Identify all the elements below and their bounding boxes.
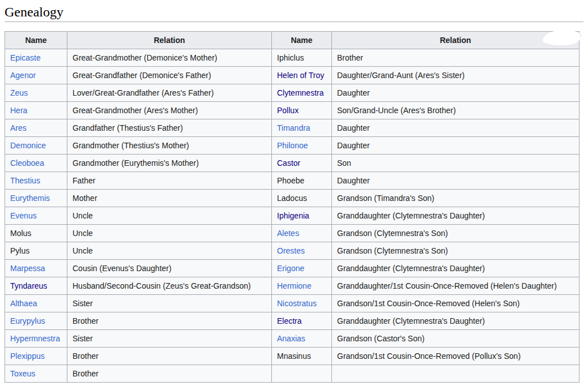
name-cell: Evenus bbox=[5, 207, 67, 225]
person-name-link[interactable]: Castor bbox=[277, 158, 300, 168]
table-row: EurypylusBrotherElectraGranddaughter (Cl… bbox=[5, 312, 580, 330]
relation-cell: Grandson (Clytemnestra's Son) bbox=[332, 225, 580, 242]
table-row: ZeusLover/Great-Grandfather (Ares's Fath… bbox=[5, 84, 580, 102]
person-name-link[interactable]: Orestes bbox=[277, 246, 305, 255]
name-cell: Iphigenia bbox=[272, 207, 332, 225]
relation-cell: Son/Grand-Uncle (Ares's Brother) bbox=[332, 102, 580, 119]
table-row: HypermnestraSisterAnaxiasGrandson (Casto… bbox=[5, 330, 580, 348]
person-name-link[interactable]: Demonice bbox=[10, 141, 46, 150]
name-cell: Timandra bbox=[272, 119, 332, 137]
person-name-link[interactable]: Erigone bbox=[277, 264, 304, 273]
relation-cell: Great-Grandmother (Demonice's Mother) bbox=[67, 49, 272, 67]
person-name-link[interactable]: Clytemnestra bbox=[277, 88, 323, 97]
name-cell: Demonice bbox=[5, 137, 67, 155]
relation-cell: Grandson/1st Cousin-Once-Removed (Helen'… bbox=[332, 295, 580, 312]
person-name-link[interactable]: Ares bbox=[10, 123, 27, 132]
name-cell: Pylus bbox=[5, 242, 67, 260]
name-cell: Phoebe bbox=[272, 172, 332, 190]
person-name-link[interactable]: Althaea bbox=[10, 299, 37, 308]
name-cell: Tyndareus bbox=[5, 277, 67, 295]
person-name-link[interactable]: Plexippus bbox=[10, 352, 45, 361]
table-row: MarpessaCousin (Evenus's Daughter)Erigon… bbox=[5, 260, 580, 277]
person-name-link[interactable]: Aletes bbox=[277, 229, 299, 238]
person-name-link[interactable]: Eurypylus bbox=[10, 316, 45, 325]
table-row: DemoniceGrandmother (Thestius's Mother)P… bbox=[5, 137, 580, 155]
person-name-link[interactable]: Pollux bbox=[277, 106, 299, 115]
name-cell: Thestius bbox=[5, 172, 67, 190]
person-name-link[interactable]: Thestius bbox=[10, 176, 40, 185]
name-cell: Anaxias bbox=[272, 330, 332, 348]
person-name-link[interactable]: Epicaste bbox=[10, 53, 41, 62]
name-cell: Marpessa bbox=[5, 260, 67, 277]
name-cell: Althaea bbox=[5, 295, 67, 312]
person-name-link[interactable]: Hermione bbox=[277, 281, 312, 290]
name-cell: Erigone bbox=[272, 260, 332, 277]
person-name-text: Iphiclus bbox=[277, 53, 304, 62]
table-row: AgenorGreat-Grandfather (Demonice's Fath… bbox=[5, 67, 580, 84]
person-name-link[interactable]: Anaxias bbox=[277, 334, 305, 343]
person-name-link[interactable]: Timandra bbox=[277, 123, 310, 132]
name-cell: Zeus bbox=[5, 84, 67, 102]
name-cell: Ladocus bbox=[272, 190, 332, 207]
name-cell: Electra bbox=[272, 312, 332, 330]
relation-cell: Daughter/Grand-Aunt (Ares's Sister) bbox=[332, 67, 580, 84]
person-name-link[interactable]: Nicostratus bbox=[277, 299, 317, 308]
person-name-link[interactable]: Agenor bbox=[10, 71, 36, 80]
relation-cell: Brother bbox=[332, 49, 580, 67]
name-cell bbox=[272, 365, 332, 383]
relation-cell: Grandfather (Thestius's Father) bbox=[67, 119, 272, 137]
relation-cell: Grandson/1st Cousin-Once-Removed (Pollux… bbox=[332, 348, 580, 365]
table-header-row: Name Relation Name Relation bbox=[5, 32, 580, 49]
name-cell: Iphiclus bbox=[272, 49, 332, 67]
person-name-link[interactable]: Cleoboea bbox=[10, 158, 44, 168]
relation-cell: Daughter bbox=[332, 119, 580, 137]
person-name-link[interactable]: Helen of Troy bbox=[277, 71, 324, 80]
name-cell: Eurypylus bbox=[5, 312, 67, 330]
relation-cell: Brother bbox=[67, 312, 272, 330]
person-name-link[interactable]: Electra bbox=[277, 316, 302, 325]
table-row: EvenusUncleIphigeniaGranddaughter (Clyte… bbox=[5, 207, 580, 225]
name-cell: Hypermnestra bbox=[5, 330, 67, 348]
person-name-link[interactable]: Iphigenia bbox=[277, 211, 309, 220]
person-name-link[interactable]: Hera bbox=[10, 106, 27, 115]
name-cell: Clytemnestra bbox=[272, 84, 332, 102]
person-name-link[interactable]: Hypermnestra bbox=[10, 334, 60, 343]
relation-cell: Cousin (Evenus's Daughter) bbox=[67, 260, 272, 277]
relation-cell: Daughter bbox=[332, 137, 580, 155]
genealogy-table: Name Relation Name Relation EpicasteGrea… bbox=[5, 31, 580, 383]
person-name-link[interactable]: Zeus bbox=[10, 88, 28, 97]
relation-cell: Brother bbox=[67, 348, 272, 365]
relation-cell: Uncle bbox=[67, 225, 272, 242]
table-row: AresGrandfather (Thestius's Father)Timan… bbox=[5, 119, 580, 137]
table-row: CleoboeaGrandmother (Eurythemis's Mother… bbox=[5, 155, 580, 172]
person-name-text: Phoebe bbox=[277, 176, 304, 185]
table-row: EpicasteGreat-Grandmother (Demonice's Mo… bbox=[5, 49, 580, 67]
relation-cell: Grandson (Clytemnestra's Son) bbox=[332, 242, 580, 260]
person-name-link[interactable]: Tyndareus bbox=[10, 281, 47, 290]
name-cell: Hermione bbox=[272, 277, 332, 295]
person-name-link[interactable]: Eurythemis bbox=[10, 194, 50, 203]
name-cell: Helen of Troy bbox=[272, 67, 332, 84]
relation-cell: Great-Grandfather (Demonice's Father) bbox=[67, 67, 272, 84]
relation-cell: Granddaughter/1st Cousin-Once-Removed (H… bbox=[332, 277, 580, 295]
relation-cell: Grandmother (Eurythemis's Mother) bbox=[67, 155, 272, 172]
person-name-text: Mnasinus bbox=[277, 352, 311, 361]
person-name-link[interactable]: Toxeus bbox=[10, 369, 35, 378]
column-header-name-1: Name bbox=[5, 32, 67, 49]
relation-cell: Granddaughter (Clytemnestra's Daughter) bbox=[332, 207, 580, 225]
name-cell: Agenor bbox=[5, 67, 67, 84]
header-redaction-patch bbox=[544, 30, 581, 46]
table-row: HeraGreat-Grandmother (Ares's Mother)Pol… bbox=[5, 102, 580, 119]
table-row: PlexippusBrotherMnasinusGrandson/1st Cou… bbox=[5, 348, 580, 365]
name-cell: Molus bbox=[5, 225, 67, 242]
person-name-link[interactable]: Marpessa bbox=[10, 264, 45, 273]
relation-cell: Grandson (Castor's Son) bbox=[332, 330, 580, 348]
table-row: ThestiusFatherPhoebeDaughter bbox=[5, 172, 580, 190]
name-cell: Epicaste bbox=[5, 49, 67, 67]
relation-cell: Husband/Second-Cousin (Zeus's Great-Gran… bbox=[67, 277, 272, 295]
person-name-link[interactable]: Philonoe bbox=[277, 141, 308, 150]
column-header-relation-1: Relation bbox=[67, 32, 272, 49]
relation-cell bbox=[332, 365, 580, 383]
person-name-text: Molus bbox=[10, 229, 31, 238]
person-name-link[interactable]: Evenus bbox=[10, 211, 37, 220]
